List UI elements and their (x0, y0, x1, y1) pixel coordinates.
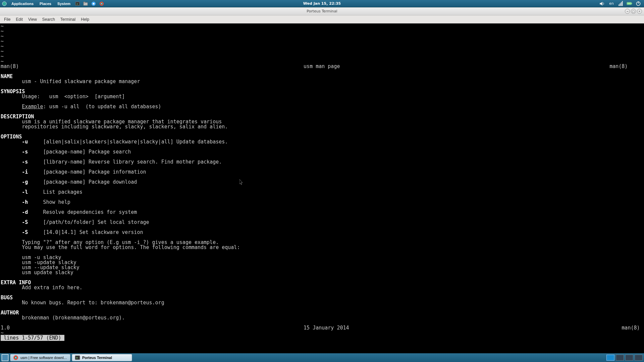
task-label: usm | Free software downl... (20, 356, 67, 360)
keyboard-layout[interactable]: en (608, 1, 615, 6)
menu-view[interactable]: View (25, 16, 40, 23)
svg-point-24 (15, 357, 16, 358)
svg-rect-13 (621, 2, 622, 6)
close-button[interactable]: × (637, 9, 642, 14)
volume-icon[interactable] (599, 1, 605, 6)
filemanager-launcher-icon[interactable] (83, 1, 89, 7)
opt-flag: -g (22, 179, 28, 185)
top-panel-right: en (599, 1, 643, 6)
bugs-body: No known bugs. Report to: brokenman@port… (1, 300, 164, 306)
mouse-cursor-icon (239, 179, 244, 185)
man-footer-center: 15 January 2014 (304, 325, 349, 331)
menu-edit[interactable]: Edit (13, 16, 25, 23)
pager-statusline: lines 1-57/57 (END) (1, 335, 64, 341)
workspace-4[interactable] (635, 355, 643, 361)
section-options: OPTIONS (1, 134, 22, 140)
menu-help[interactable]: Help (78, 16, 92, 23)
opt-desc: [package-name] Package download (43, 179, 137, 185)
synopsis-usage: Usage: usm <option> [argument] (1, 94, 125, 100)
network-icon[interactable] (618, 1, 624, 6)
chrome-launcher-icon[interactable] (99, 1, 105, 7)
opt-flag: -s (22, 159, 28, 165)
opt-flag: -d (22, 209, 28, 215)
opt-desc: Show help (43, 199, 70, 205)
opt-flag: -s (22, 149, 28, 155)
svg-point-0 (2, 1, 6, 5)
svg-rect-14 (622, 1, 623, 6)
opt-desc: [alien|salix|slackers|slackware|slacky|a… (43, 139, 228, 145)
top-panel-left: Applications Places System > (1, 1, 105, 7)
workspace-2[interactable] (616, 355, 624, 361)
taskbar-right (606, 355, 643, 361)
task-terminal[interactable]: > Porteus Terminal (72, 354, 132, 361)
opt-example: usm update slacky (1, 269, 73, 276)
task-browser[interactable]: usm | Free software downl... (10, 354, 70, 361)
menu-file[interactable]: File (1, 16, 13, 23)
workspace-3[interactable] (625, 355, 633, 361)
opt-desc: [package-name] Package search (43, 149, 131, 155)
clock[interactable]: Wed Jan 15, 22:35 (303, 1, 341, 6)
opt-note: You may use the full word for options. T… (1, 244, 240, 250)
opt-flag: -S (22, 219, 28, 225)
menu-search[interactable]: Search (40, 16, 58, 23)
distro-icon[interactable] (1, 1, 7, 7)
show-desktop-button[interactable] (1, 354, 9, 361)
workspace-1[interactable] (606, 355, 614, 361)
opt-desc: [package-name] Package information (43, 169, 146, 175)
extra-body: Add extra info here. (1, 285, 83, 291)
svg-point-6 (93, 3, 94, 4)
svg-point-10 (101, 3, 102, 4)
svg-rect-20 (2, 354, 8, 361)
synopsis-example-label: Example (22, 104, 43, 110)
opt-flag: -u (22, 139, 28, 145)
browser-launcher-icon[interactable] (91, 1, 97, 7)
power-icon[interactable] (635, 1, 641, 6)
svg-rect-11 (619, 4, 619, 6)
terminal-icon: > (75, 355, 80, 360)
svg-text:>: > (76, 356, 78, 359)
svg-rect-16 (631, 3, 632, 4)
window-controls: ‒ ▢ × (625, 9, 642, 14)
opt-flag: -S (22, 229, 28, 235)
chrome-icon (13, 355, 18, 360)
opt-desc: [/path/to/folder] Set local storage (43, 219, 149, 225)
terminal-view[interactable]: ~ ~ ~ ~ ~ ~ ~ ~ man(8) usm man page (0, 23, 644, 353)
opt-desc: [14.0|14.1] Set slackware version (43, 229, 143, 235)
places-menu[interactable]: Places (38, 1, 53, 6)
task-label: Porteus Terminal (82, 356, 112, 360)
opt-desc: List packages (43, 189, 82, 195)
window-titlebar[interactable]: Porteus Terminal ‒ ▢ × (0, 7, 644, 15)
menubar: File Edit View Search Terminal Help (0, 15, 644, 23)
taskbar: usm | Free software downl... > Porteus T… (0, 353, 644, 362)
top-panel: Applications Places System > Wed Jan 15,… (0, 0, 644, 7)
man-header-center: usm man page (304, 63, 340, 69)
opt-flag: -i (22, 169, 28, 175)
svg-rect-4 (84, 2, 85, 3)
name-body: usm - Unified slackware package manager (1, 78, 140, 84)
minimize-button[interactable]: ‒ (625, 9, 630, 14)
opt-flag: -h (22, 199, 28, 205)
battery-icon[interactable] (627, 1, 633, 6)
menu-terminal[interactable]: Terminal (58, 16, 78, 23)
svg-rect-17 (627, 3, 631, 4)
opt-desc: [library-name] Reverse library search. F… (43, 159, 222, 165)
svg-text:>: > (76, 2, 78, 5)
man-header-right: man(8) (609, 63, 628, 69)
opt-flag: -l (22, 189, 28, 195)
window-title: Porteus Terminal (307, 9, 337, 13)
description-line: repositories including slackware, slacky… (1, 124, 228, 130)
man-footer-right: man(8) (622, 325, 640, 331)
opt-desc: Resolve dependencies for system (43, 209, 137, 215)
svg-rect-12 (620, 3, 621, 6)
applications-menu[interactable]: Applications (9, 1, 36, 6)
author-body: brokenman (brokenman@porteus.org). (1, 315, 125, 321)
man-header-left: man(8) (1, 63, 19, 69)
synopsis-example-rest: : usm -u all (to update all databases) (43, 104, 161, 110)
system-menu[interactable]: System (55, 1, 72, 6)
maximize-button[interactable]: ▢ (631, 9, 636, 14)
terminal-launcher-icon[interactable]: > (74, 1, 80, 7)
